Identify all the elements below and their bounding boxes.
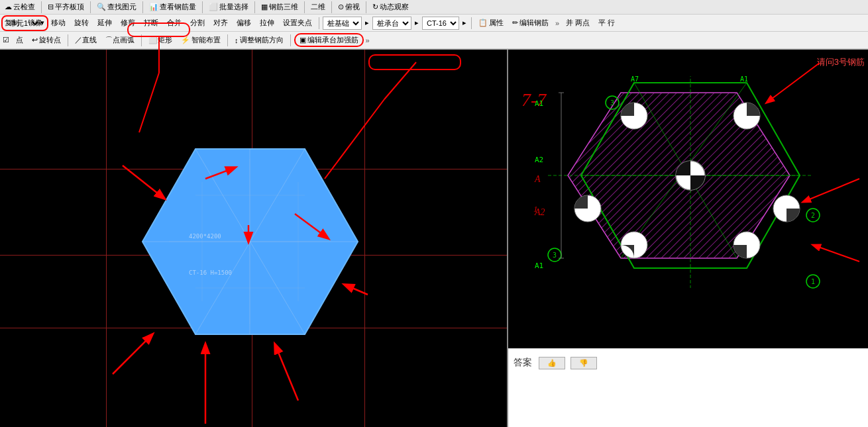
svg-text:A: A (534, 174, 541, 184)
align-icon: ⊟ (48, 3, 54, 11)
svg-text:A1: A1 (535, 261, 543, 270)
toolbar-row3: ☑ 点 ↩旋转点 ／直线 ⌒点画弧 ⬜矩形 ⚡ 智能布置 ↕ 调整钢筋方向 ▣ … (0, 32, 868, 49)
answer-label: 答案 (514, 354, 532, 369)
cloud-check-btn[interactable]: ☁ 云检查 (1, 1, 38, 13)
answer-btn2[interactable]: 👎 (570, 357, 597, 369)
svg-text:A1: A1 (740, 76, 748, 83)
svg-text:A7: A7 (631, 76, 639, 83)
dynamic-icon: ↻ (372, 3, 378, 11)
stretch-btn[interactable]: 拉伸 (256, 17, 278, 29)
property-btn[interactable]: 📋 属性 (475, 17, 507, 29)
cad-right-panel[interactable]: 7-7 请问3号钢筋 (507, 50, 868, 427)
hexagon-drawing: 4200*4200 CT-16 H=1500 (0, 50, 507, 427)
svg-text:4200*4200: 4200*4200 (189, 233, 221, 240)
sep5 (254, 1, 255, 13)
merge-btn[interactable]: 合并 (164, 17, 185, 29)
mirror-btn[interactable]: 镜像 (25, 17, 46, 29)
pile-cap-select[interactable]: 桩承台 (372, 17, 411, 30)
edit-icon: ✏ (512, 19, 518, 27)
sep13 (227, 34, 228, 46)
svg-text:3: 3 (553, 252, 557, 259)
toolbar-container: ☁ 云检查 ⊟ 平齐板顶 🔍 查找图元 📊 查看钢筋量 ⬜ 批量选择 ▦ 钢筋三… (0, 0, 868, 50)
svg-text:A1: A1 (535, 99, 543, 108)
2d-btn[interactable]: 二维 (307, 1, 329, 13)
answer-btn1[interactable]: 👍 (539, 357, 565, 369)
set-grip-btn[interactable]: 设置夹点 (280, 17, 315, 29)
svg-text:1: 1 (533, 204, 538, 214)
view-icon: 📊 (149, 3, 158, 11)
adjust-icon: ↕ (235, 36, 239, 44)
batch-select-btn[interactable]: ⬜ 批量选择 (205, 1, 252, 13)
topview-icon: ⊙ (338, 3, 344, 11)
sep10 (471, 17, 472, 29)
smart-layout-btn[interactable]: ⚡ 智能布置 (178, 34, 224, 46)
svg-text:CT-16 H=1500: CT-16 H=1500 (189, 269, 232, 276)
offset-btn[interactable]: 偏移 (233, 17, 254, 29)
ct16-select[interactable]: CT-16 (422, 17, 459, 30)
svg-text:3: 3 (610, 99, 614, 107)
line-btn[interactable]: ／直线 (72, 34, 100, 46)
toolbar-row2: 复制 镜像 移动 旋转 延伸 修剪 打断 合并 分割 对齐 偏移 拉伸 设置夹点… (0, 15, 868, 32)
sep3 (142, 1, 143, 13)
sep1 (41, 1, 42, 13)
svg-text:2: 2 (811, 212, 815, 219)
align-top-btn[interactable]: ⊟ 平齐板顶 (44, 1, 87, 13)
foundation-select[interactable]: 桩基础 (323, 17, 362, 30)
merge-points-btn[interactable]: 并 两点 (563, 17, 593, 29)
edit-cap-rebar-btn[interactable]: ▣ 编辑承台加强筋 (294, 33, 364, 47)
point-btn[interactable]: 点 (13, 34, 27, 46)
batch-icon: ⬜ (209, 3, 218, 11)
sep6 (304, 1, 305, 13)
smart-icon: ⚡ (181, 36, 190, 44)
find-element-btn[interactable]: 🔍 查找图元 (93, 1, 140, 13)
sep8 (366, 1, 366, 13)
sep11 (68, 34, 68, 46)
break-btn[interactable]: 打断 (140, 17, 162, 29)
main-area: 4200*4200 CT-16 H=1500 (0, 50, 868, 427)
rect-btn[interactable]: ⬜矩形 (145, 34, 176, 46)
property-icon: 📋 (478, 19, 488, 27)
move-btn[interactable]: 移动 (48, 17, 69, 29)
rotate-btn[interactable]: 旋转 (71, 17, 92, 29)
cloud-icon: ☁ (5, 3, 12, 11)
cad-left-panel[interactable]: 4200*4200 CT-16 H=1500 (0, 50, 507, 427)
cap-icon: ▣ (299, 36, 306, 44)
adjust-rebar-dir-btn[interactable]: ↕ 调整钢筋方向 (231, 34, 287, 46)
sep14 (290, 34, 291, 46)
top-view-btn[interactable]: ⊙ 俯视 (335, 1, 363, 13)
copy-btn[interactable]: 复制 (1, 17, 23, 29)
find-icon: 🔍 (97, 3, 106, 11)
rotate-point-btn[interactable]: ↩旋转点 (28, 34, 64, 46)
svg-text:A2: A2 (535, 156, 543, 164)
trim-btn[interactable]: 修剪 (117, 17, 138, 29)
arc-btn[interactable]: ⌒点画弧 (102, 34, 138, 46)
extend-btn[interactable]: 延伸 (94, 17, 115, 29)
answer-panel: 答案 👍 👎 (508, 348, 868, 427)
confirm-btn[interactable]: 平 行 (595, 17, 618, 29)
split-btn[interactable]: 分割 (187, 17, 208, 29)
sep2 (90, 1, 91, 13)
3d-icon: ▦ (261, 3, 268, 11)
right-cad-drawing: A1 A2 A A2 A1 A7 A1 3 3 3 2 1 1 (528, 76, 866, 361)
edit-rebar-btn[interactable]: ✏ 编辑钢筋 (509, 17, 552, 29)
toolbar-row1: ☁ 云检查 ⊟ 平齐板顶 🔍 查找图元 📊 查看钢筋量 ⬜ 批量选择 ▦ 钢筋三… (0, 0, 868, 15)
sep9 (319, 17, 319, 29)
question-text: 请问3号钢筋 (817, 56, 865, 68)
view-rebar-btn[interactable]: 📊 查看钢筋量 (146, 1, 199, 13)
sep4 (202, 1, 203, 13)
sep12 (141, 34, 142, 46)
align-btn[interactable]: 对齐 (210, 17, 231, 29)
dynamic-view-btn[interactable]: ↻ 动态观察 (369, 1, 412, 13)
rebar-3d-btn[interactable]: ▦ 钢筋三维 (258, 1, 301, 13)
sep7 (331, 1, 332, 13)
svg-text:1: 1 (811, 278, 815, 285)
